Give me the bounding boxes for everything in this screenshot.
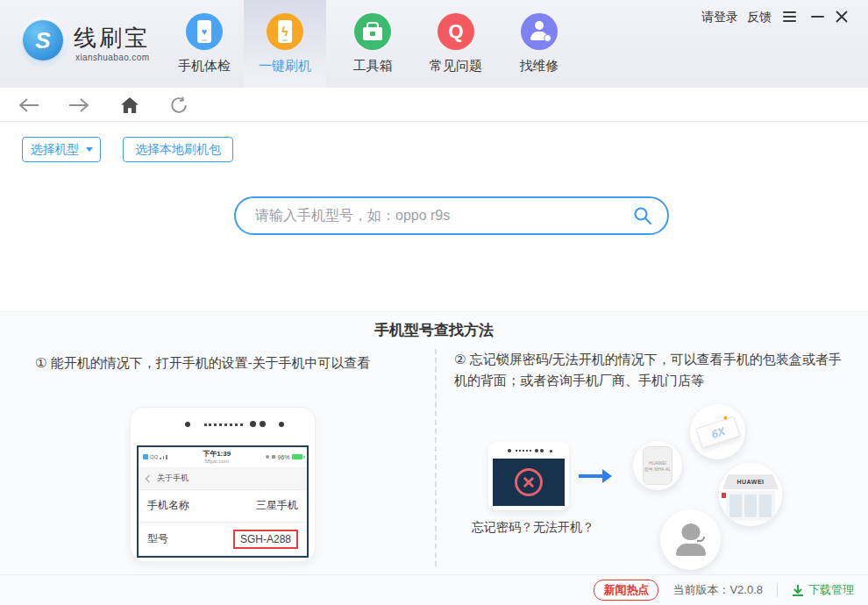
version-label: 当前版本：V2.0.8 [672,582,763,598]
phone-speaker-camera [131,419,315,430]
status-left: QQ [143,454,167,459]
arrow-right-icon [577,467,614,488]
phone-status-bar: QQ 下午1:39 58pic.com 96% [139,447,307,468]
faq-icon: Q [438,13,474,50]
minimize-icon[interactable] [808,8,826,25]
chevron-left-icon [146,474,153,481]
login-link[interactable]: 请登录 [701,10,738,25]
tab-faq[interactable]: Q 常见问题 [415,0,497,88]
logo-letter: S [35,27,50,54]
back-icon[interactable] [16,94,42,117]
phone-screen: QQ 下午1:39 58pic.com 96% 关于手机 [137,445,309,558]
status-site: 58pic.com [203,459,231,465]
step-text: 能开机的情况下，打开手机的设置-关于手机中可以查看 [51,355,371,370]
status-time: 下午1:39 [203,450,231,458]
model-search-box [234,196,669,235]
select-model-button[interactable]: 选择机型 [22,137,101,162]
qq-icon [143,454,148,459]
tab-phone-checkup[interactable]: ♥ 手机体检 [163,0,245,88]
step-number: ① [35,355,46,370]
toolbox-icon [354,13,391,50]
news-hotspot-badge[interactable]: 新闻热点 [594,580,658,601]
feedback-link[interactable]: 反馈 [747,10,772,25]
select-model-label: 选择机型 [31,142,80,158]
guide-step-1: ① 能开机的情况下，打开手机的设置-关于手机中可以查看 [35,352,371,374]
locked-phone-caption: 忘记密码？无法开机？ [472,520,594,536]
model-number-highlight: SGH-A288 [233,530,298,549]
download-manager-button[interactable]: 下载管理 [792,582,854,598]
app-window: S 线刷宝 xianshuabao.com ♥ 手机体检 ϟ 一键刷机 工具箱 … [0,0,868,605]
tab-find-repair[interactable]: 找维修 [498,0,580,88]
status-right: 96% [266,454,302,460]
phone-checkup-icon: ♥ [186,13,223,50]
close-icon[interactable] [833,8,850,25]
locked-phone-mockup [488,442,569,510]
battery-percent: 96% [277,454,289,460]
select-local-package-label: 选择本地刷机包 [135,142,221,158]
battery-icon [292,454,302,459]
download-icon [792,584,804,597]
step-number: ② [454,352,466,367]
phone-back-icon: HUAWEI 型号 MHA-AL [643,446,672,485]
one-key-flash-icon: ϟ [267,13,303,50]
phone-info-row: 手机名称 三星手机 [139,490,307,523]
repair-icon [521,13,558,50]
browser-toolbar [0,88,868,122]
column-divider [435,349,437,566]
status-bar: 新闻热点 当前版本：V2.0.8 下载管理 [0,574,868,605]
tab-label: 手机体检 [163,58,245,75]
phone-back-bubble: HUAWEI 型号 MHA-AL [633,441,682,490]
header: S 线刷宝 xianshuabao.com ♥ 手机体检 ϟ 一键刷机 工具箱 … [0,0,868,88]
search-input[interactable] [236,208,632,224]
tab-toolbox[interactable]: 工具箱 [331,0,414,88]
search-icon[interactable] [632,205,653,226]
about-phone-header: 关于手机 [139,468,307,490]
status-center: 下午1:39 58pic.com [203,450,231,464]
tab-label: 找维修 [498,58,580,75]
error-screen [493,459,565,506]
app-domain: xianshuabao.com [75,53,149,62]
customer-service-icon [673,523,708,556]
footer-divider [777,584,778,597]
packaging-box-icon: 6X [695,416,740,448]
download-manager-label: 下载管理 [808,582,854,598]
phone-info-row: 型号 SGH-A288 [139,523,307,556]
home-icon[interactable] [117,94,143,117]
guide-title: 手机型号查找方法 [0,320,868,340]
forward-icon[interactable] [66,94,92,117]
tab-label: 工具箱 [331,58,414,75]
chevron-down-icon [86,147,93,152]
tab-one-key-flash[interactable]: ϟ 一键刷机 [244,0,326,88]
about-phone-mockup: QQ 下午1:39 58pic.com 96% 关于手机 [130,407,316,562]
tab-label: 一键刷机 [244,58,326,75]
packaging-box-bubble: 6X [690,404,745,459]
model-lookup-guide: 手机型号查找方法 ① 能开机的情况下，打开手机的设置-关于手机中可以查看 ② 忘… [0,311,868,574]
refresh-icon[interactable] [166,94,192,117]
tab-label: 常见问题 [415,58,497,75]
guide-step-2: ② 忘记锁屏密码/无法开机的情况下，可以查看手机的包装盒或者手机的背面；或者咨询… [454,349,843,391]
error-x-icon [515,468,543,496]
storefront-icon: HUAWEI [719,463,782,526]
app-title: 线刷宝 [74,23,150,53]
phone-store-bubble: HUAWEI [719,463,782,526]
app-logo-icon: S [23,20,63,60]
step-text: 忘记锁屏密码/无法开机的情况下，可以查看手机的包装盒或者手机的背面；或者咨询手机… [454,352,842,388]
menu-icon[interactable] [780,8,798,25]
select-local-package-button[interactable]: 选择本地刷机包 [123,137,233,162]
customer-service-bubble [660,509,721,570]
